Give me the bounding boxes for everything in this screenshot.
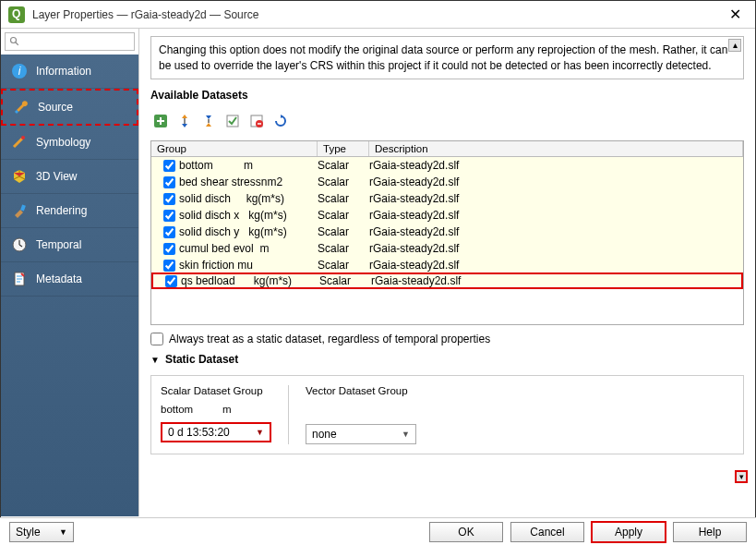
static-dataset-toggle[interactable]: ▼ Static Dataset (150, 353, 744, 366)
col-header-desc[interactable]: Description (369, 141, 743, 156)
row-group: skin friction mu (179, 259, 318, 272)
row-desc: rGaia-steady2d.slf (369, 259, 743, 272)
sidebar-item-label: Metadata (36, 272, 82, 285)
document-icon (10, 270, 29, 288)
wrench-icon (12, 98, 30, 116)
svg-rect-10 (208, 119, 210, 123)
brush-icon (10, 133, 29, 151)
row-group: solid disch x kg(m*s) (179, 209, 318, 222)
row-checkbox[interactable] (165, 275, 177, 287)
col-header-type[interactable]: Type (318, 141, 369, 156)
help-button[interactable]: Help (673, 522, 747, 542)
row-desc: rGaia-steady2d.slf (371, 274, 741, 287)
table-row[interactable]: bottom mScalarrGaia-steady2d.slf (151, 157, 743, 174)
uncheck-all-button[interactable] (246, 111, 267, 131)
time-combo-value: 0 d 13:53:20 (168, 426, 230, 439)
sidebar-item-metadata[interactable]: Metadata (1, 262, 138, 297)
row-checkbox[interactable] (163, 176, 175, 188)
dialog-footer: Style ▼ OK Cancel Apply Help (0, 517, 756, 545)
sidebar-item-rendering[interactable]: Rendering (1, 194, 138, 228)
sidebar-item-symbology[interactable]: Symbology (1, 126, 138, 160)
sidebar-item-label: Rendering (36, 204, 87, 217)
table-row[interactable]: bed shear stressnm2ScalarrGaia-steady2d.… (151, 174, 743, 190)
sidebar-item-temporal[interactable]: Temporal (1, 228, 138, 262)
sidebar-item-information[interactable]: i Information (1, 54, 138, 89)
expand-all-button[interactable] (174, 111, 195, 131)
vector-combo[interactable]: none ▼ (306, 424, 416, 444)
cancel-button[interactable]: Cancel (510, 522, 584, 542)
collapse-all-button[interactable] (198, 111, 219, 131)
row-desc: rGaia-steady2d.slf (369, 225, 743, 238)
window-title: Layer Properties — rGaia-steady2d — Sour… (32, 8, 722, 21)
clock-icon (10, 236, 29, 254)
row-checkbox[interactable] (163, 210, 175, 222)
row-desc: rGaia-steady2d.slf (369, 209, 743, 222)
row-type: Scalar (318, 225, 369, 238)
vector-combo-value: none (312, 428, 337, 441)
info-icon: i (10, 62, 29, 80)
check-all-button[interactable] (222, 111, 243, 131)
svg-rect-5 (20, 204, 26, 211)
row-group: solid disch y kg(m*s) (179, 225, 318, 238)
static-dataset-panel: Scalar Dataset Group bottom m 0 d 13:53:… (150, 375, 744, 454)
svg-rect-9 (184, 118, 186, 124)
close-icon[interactable]: ✕ (722, 6, 748, 23)
available-datasets-title: Available Datasets (150, 89, 744, 102)
sidebar: i Information Source Symbology 3D View R… (1, 29, 139, 516)
sidebar-item-label: Source (38, 101, 73, 114)
style-button[interactable]: Style ▼ (9, 522, 74, 542)
row-desc: rGaia-steady2d.slf (369, 192, 743, 205)
row-type: Scalar (318, 259, 369, 272)
row-group: bed shear stressnm2 (179, 176, 318, 188)
scroll-down-icon[interactable]: ▾ (735, 470, 748, 483)
chevron-down-icon: ▼ (256, 428, 264, 437)
table-row[interactable]: cumul bed evol mScalarrGaia-steady2d.slf (151, 240, 743, 257)
sidebar-item-label: Symbology (36, 136, 90, 149)
row-checkbox[interactable] (163, 160, 175, 172)
search-input[interactable] (5, 32, 135, 51)
row-type: Scalar (318, 209, 369, 222)
row-checkbox[interactable] (163, 260, 175, 272)
row-type: Scalar (318, 192, 369, 205)
paintbrush-icon (10, 201, 29, 220)
crs-note-text: Changing this option does not modify the… (159, 43, 727, 72)
crs-note: Changing this option does not modify the… (150, 36, 744, 79)
ok-button[interactable]: OK (429, 522, 503, 542)
search-icon (9, 36, 20, 47)
row-group: bottom m (179, 159, 318, 172)
scalar-group-value: bottom m (161, 404, 271, 415)
time-combo[interactable]: 0 d 13:53:20 ▼ (161, 422, 271, 442)
row-checkbox[interactable] (163, 226, 175, 238)
sidebar-item-label: Information (36, 65, 91, 78)
static-dataset-title: Static Dataset (165, 353, 238, 366)
apply-button[interactable]: Apply (592, 522, 666, 542)
row-checkbox[interactable] (163, 193, 175, 205)
sidebar-item-source[interactable]: Source (1, 89, 138, 126)
svg-point-4 (21, 136, 25, 139)
scalar-group-label: Scalar Dataset Group (161, 385, 271, 396)
window-titlebar: Layer Properties — rGaia-steady2d — Sour… (1, 1, 755, 29)
always-static-label: Always treat as a static dataset, regard… (169, 333, 490, 345)
row-type: Scalar (318, 242, 369, 255)
vector-group-label: Vector Dataset Group (306, 385, 416, 396)
svg-line-1 (16, 42, 18, 45)
table-row[interactable]: solid disch kg(m*s)ScalarrGaia-steady2d.… (151, 190, 743, 207)
add-dataset-button[interactable] (150, 111, 171, 131)
style-button-label: Style (16, 526, 41, 539)
table-row[interactable]: qs bedload kg(m*s)ScalarrGaia-steady2d.s… (151, 272, 743, 289)
table-row[interactable]: solid disch y kg(m*s)ScalarrGaia-steady2… (151, 224, 743, 240)
row-checkbox[interactable] (163, 243, 175, 255)
col-header-group[interactable]: Group (151, 141, 318, 156)
chevron-down-icon: ▼ (59, 527, 67, 537)
table-row[interactable]: solid disch x kg(m*s)ScalarrGaia-steady2… (151, 207, 743, 224)
svg-text:i: i (18, 65, 21, 78)
svg-point-0 (11, 38, 17, 43)
scroll-up-icon[interactable]: ▴ (728, 39, 741, 52)
sidebar-item-3dview[interactable]: 3D View (1, 160, 138, 194)
reload-button[interactable] (270, 111, 291, 131)
table-row[interactable]: skin friction muScalarrGaia-steady2d.slf (151, 257, 743, 273)
sidebar-item-label: 3D View (36, 170, 77, 183)
triangle-down-icon: ▼ (150, 355, 160, 365)
always-static-checkbox[interactable] (150, 333, 163, 345)
row-desc: rGaia-steady2d.slf (369, 159, 743, 172)
